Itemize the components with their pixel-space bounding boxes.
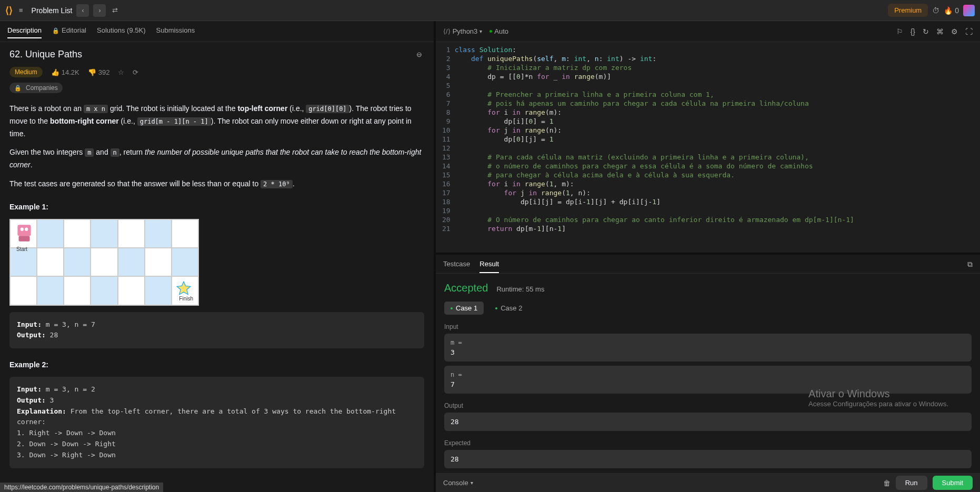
auto-toggle[interactable]: Auto: [489, 27, 508, 35]
output-label: Output: [444, 402, 972, 409]
leetcode-logo[interactable]: ⟨⟩: [5, 5, 13, 16]
svg-point-3: [25, 227, 28, 230]
output-box: 28: [444, 413, 972, 431]
problem-paragraph-1: There is a robot on an m x n grid. The r…: [9, 103, 424, 140]
problem-paragraph-3: The test cases are generated so that the…: [9, 178, 424, 190]
more-icon[interactable]: ⊖: [414, 48, 424, 61]
problem-paragraph-2: Given the two integers m and n, return t…: [9, 146, 424, 172]
premium-button[interactable]: Premium: [888, 4, 928, 17]
code-editor[interactable]: 123456789101112131415161718192021 class …: [436, 42, 980, 253]
run-button[interactable]: Run: [896, 476, 927, 490]
user-avatar[interactable]: [963, 5, 975, 16]
favorite-button[interactable]: ☆: [118, 68, 124, 76]
example-1-image: Start Finish: [9, 219, 199, 306]
submit-button[interactable]: Submit: [933, 476, 973, 490]
status-bar-url: https://leetcode.com/problems/unique-pat…: [0, 483, 163, 492]
tab-submissions[interactable]: Submissions: [156, 26, 195, 38]
example-1-heading: Example 1:: [9, 201, 424, 214]
bookmark-icon[interactable]: ⚐: [896, 27, 903, 36]
braces-icon[interactable]: {}: [911, 27, 915, 36]
menu-icon[interactable]: ≡: [17, 4, 25, 16]
tab-result[interactable]: Result: [479, 260, 499, 273]
result-runtime: Runtime: 55 ms: [496, 285, 544, 293]
input-label: Input: [444, 323, 972, 330]
keyboard-icon[interactable]: ⌘: [936, 27, 944, 36]
tab-description[interactable]: Description: [7, 26, 42, 38]
svg-marker-4: [177, 282, 191, 295]
expected-box: 28: [444, 450, 972, 468]
fullscreen-icon[interactable]: ⛶: [965, 27, 973, 36]
tab-solutions[interactable]: Solutions (9.5K): [97, 26, 146, 38]
expand-icon[interactable]: ⧉: [967, 260, 973, 273]
next-problem-button[interactable]: ›: [93, 4, 106, 17]
lock-icon: 🔒: [14, 85, 22, 92]
companies-badge[interactable]: 🔒Companies: [9, 83, 63, 93]
svg-rect-1: [19, 236, 30, 242]
svg-rect-0: [17, 225, 31, 236]
example-2-heading: Example 2:: [9, 359, 424, 371]
robot-icon: [13, 222, 35, 244]
tab-testcase[interactable]: Testcase: [443, 260, 470, 273]
example-2-block: Input: m = 3, n = 2 Output: 3 Explanatio…: [9, 377, 424, 468]
problem-list-link[interactable]: Problem List: [32, 6, 73, 15]
lock-icon: 🔒: [52, 27, 59, 34]
input-m-box: m = 3: [444, 334, 972, 362]
example-1-block: Input: m = 3, n = 7 Output: 28: [9, 312, 424, 349]
result-status: Accepted: [444, 282, 488, 294]
case-2-button[interactable]: Case 2: [489, 302, 528, 315]
star-icon: [176, 281, 191, 296]
share-button[interactable]: ⟳: [133, 68, 138, 76]
tab-editorial[interactable]: 🔒Editorial: [52, 26, 86, 38]
trash-icon[interactable]: 🗑: [883, 479, 891, 487]
language-selector[interactable]: ⟨/⟩ Python3 ▾: [443, 27, 482, 35]
difficulty-badge: Medium: [9, 67, 43, 77]
streak-count: 0: [955, 6, 959, 15]
settings-icon[interactable]: ⚙: [951, 27, 958, 36]
problem-title: 62. Unique Paths: [9, 49, 82, 60]
case-1-button[interactable]: Case 1: [444, 302, 484, 315]
svg-point-2: [21, 227, 24, 230]
expected-label: Expected: [444, 439, 972, 447]
reset-icon[interactable]: ↻: [923, 27, 929, 36]
timer-icon[interactable]: ⏱: [932, 6, 939, 15]
dislike-button[interactable]: 👎 392: [88, 68, 110, 76]
prev-problem-button[interactable]: ‹: [76, 4, 89, 17]
shuffle-icon[interactable]: ⇄: [110, 4, 120, 16]
input-n-box: n = 7: [444, 366, 972, 394]
console-toggle[interactable]: Console ▾: [443, 479, 473, 487]
streak-counter[interactable]: 🔥 0: [944, 6, 959, 15]
like-button[interactable]: 👍 14.2K: [51, 68, 79, 76]
